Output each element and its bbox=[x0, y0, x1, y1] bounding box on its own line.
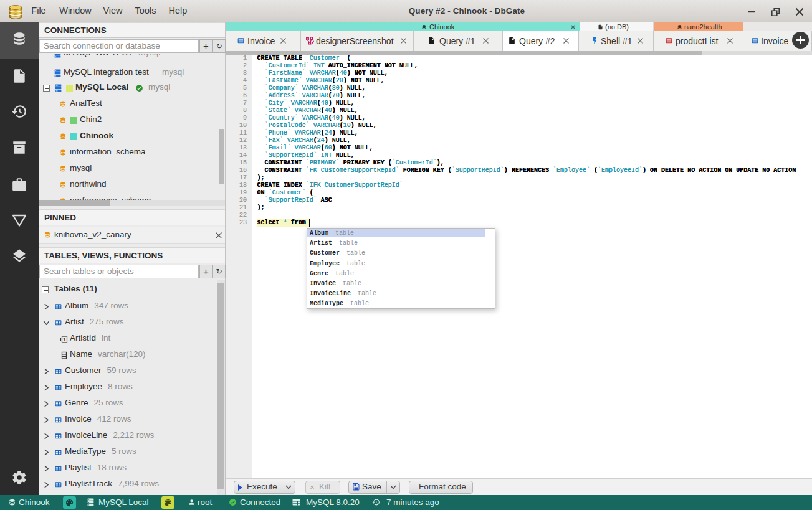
svg-text:1: 1 bbox=[63, 336, 66, 342]
